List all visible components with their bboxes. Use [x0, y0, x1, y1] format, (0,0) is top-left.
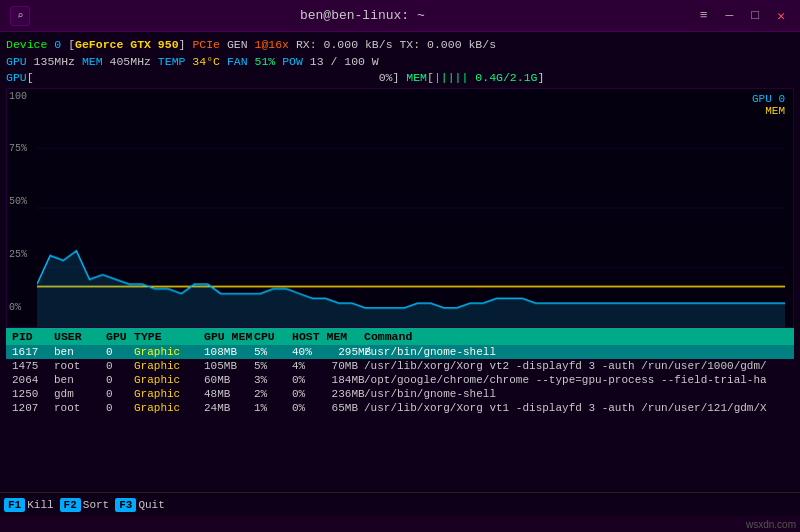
- legend-gpu: GPU 0: [752, 93, 785, 105]
- titlebar: ⌕ ben@ben-linux: ~ ≡ — □ ✕: [0, 0, 800, 32]
- cell-gpu-mem: 105MB: [204, 360, 254, 372]
- f3-key[interactable]: F3: [115, 498, 136, 512]
- f1-key[interactable]: F1: [4, 498, 25, 512]
- temp-val: 34°C: [192, 55, 220, 68]
- gpu-name: GeForce GTX 950: [75, 38, 179, 51]
- table-row[interactable]: 1207 root 0 Graphic 24MB 1% 0% 65MB /usr…: [6, 401, 794, 415]
- cell-command: /usr/lib/xorg/Xorg vt1 -displayfd 3 -aut…: [364, 402, 788, 414]
- cell-cpu-pct: 3%: [254, 374, 292, 386]
- header-type: TYPE: [134, 330, 204, 343]
- quit-label: Quit: [138, 499, 164, 511]
- f2-key[interactable]: F2: [60, 498, 81, 512]
- header-pid: PID: [12, 330, 54, 343]
- cell-host-mem: 0% 184MB: [292, 374, 364, 386]
- table-row[interactable]: 1617 ben 0 Graphic 108MB 5% 40% 295MB /u…: [6, 345, 794, 359]
- cell-pid: 1475: [12, 360, 54, 372]
- cell-command: /usr/bin/gnome-shell: [364, 388, 788, 400]
- mem-bar-label: MEM: [406, 71, 427, 84]
- cell-command: /usr/lib/xorg/Xorg vt2 -displayfd 3 -aut…: [364, 360, 788, 372]
- search-icon[interactable]: ⌕: [10, 6, 30, 26]
- mem-mhz: 405MHz: [110, 55, 158, 68]
- header-gpu-mem: GPU MEM: [204, 330, 254, 343]
- header-gpu: GPU: [106, 330, 134, 343]
- cell-pid: 1207: [12, 402, 54, 414]
- y-axis-labels: 100 75% 50% 25% 0%: [9, 89, 27, 327]
- cell-type: Graphic: [134, 346, 204, 358]
- cell-host-mem: 0% 65MB: [292, 402, 364, 414]
- header-cpu: CPU: [254, 330, 292, 343]
- cell-user: root: [54, 360, 106, 372]
- pow-label-text: POW: [275, 55, 310, 68]
- maximize-button[interactable]: □: [746, 6, 764, 25]
- table-row[interactable]: 2064 ben 0 Graphic 60MB 3% 0% 184MB /opt…: [6, 373, 794, 387]
- bracket-open: [: [68, 38, 75, 51]
- terminal-area: Device 0 [GeForce GTX 950] PCIe GEN 1@16…: [0, 32, 800, 492]
- cell-gpu: 0: [106, 388, 134, 400]
- fan-val: 51%: [255, 55, 276, 68]
- device-line-1: Device 0 [GeForce GTX 950] PCIe GEN 1@16…: [6, 36, 794, 53]
- cell-gpu-mem: 60MB: [204, 374, 254, 386]
- kill-button-group[interactable]: F1 Kill: [4, 498, 54, 512]
- pcie-label: PCIe GEN 1@16x RX: 0.000 kB/s TX: 0.000 …: [185, 38, 496, 51]
- y-0: 0%: [9, 302, 27, 313]
- cell-user: ben: [54, 346, 106, 358]
- temp-label: TEMP: [158, 55, 193, 68]
- cell-cpu-pct: 5%: [254, 360, 292, 372]
- close-button[interactable]: ✕: [772, 6, 790, 26]
- cell-gpu-mem: 24MB: [204, 402, 254, 414]
- table-row[interactable]: 1475 root 0 Graphic 105MB 5% 4% 70MB /us…: [6, 359, 794, 373]
- cell-cpu-pct: 2%: [254, 388, 292, 400]
- quit-button-group[interactable]: F3 Quit: [115, 498, 165, 512]
- sort-label: Sort: [83, 499, 109, 511]
- cell-gpu-mem: 108MB: [204, 346, 254, 358]
- cell-pid: 2064: [12, 374, 54, 386]
- window-title: ben@ben-linux: ~: [30, 8, 695, 23]
- header-user: USER: [54, 330, 106, 343]
- footer: F1 Kill F2 Sort F3 Quit: [0, 492, 800, 516]
- cell-gpu: 0: [106, 402, 134, 414]
- sort-button-group[interactable]: F2 Sort: [60, 498, 110, 512]
- graph-canvas: [37, 89, 785, 327]
- mem-bar-val: |||||: [434, 71, 469, 84]
- y-100: 100: [9, 91, 27, 102]
- gpu-mhz: 135MHz: [34, 55, 82, 68]
- header-command: Command: [364, 330, 788, 343]
- header-host-mem: HOST MEM: [292, 330, 364, 343]
- mem-bar-close: ]: [537, 71, 544, 84]
- cell-type: Graphic: [134, 360, 204, 372]
- process-table: 1617 ben 0 Graphic 108MB 5% 40% 295MB /u…: [6, 345, 794, 415]
- cell-gpu-mem: 48MB: [204, 388, 254, 400]
- cell-type: Graphic: [134, 388, 204, 400]
- pow-val: 13 / 100 W: [310, 55, 379, 68]
- graph-legend: GPU 0 MEM: [752, 93, 785, 117]
- gpu-bar-content: [ 0%]: [27, 71, 407, 84]
- y-50: 50%: [9, 196, 27, 207]
- gpu-label: GPU: [6, 55, 34, 68]
- y-75: 75%: [9, 143, 27, 154]
- gpu-graph: 100 75% 50% 25% 0% GPU 0 MEM: [6, 88, 794, 328]
- gpu-bar-line: GPU[ 0%] MEM[||||| 0.4G/2.1G]: [6, 71, 794, 84]
- cell-gpu: 0: [106, 346, 134, 358]
- table-row[interactable]: 1250 gdm 0 Graphic 48MB 2% 0% 236MB /usr…: [6, 387, 794, 401]
- cell-gpu: 0: [106, 374, 134, 386]
- cell-command: /usr/bin/gnome-shell: [364, 346, 788, 358]
- y-25: 25%: [9, 249, 27, 260]
- cell-pid: 1617: [12, 346, 54, 358]
- cell-host-mem: 40% 295MB: [292, 346, 364, 358]
- cell-host-mem: 4% 70MB: [292, 360, 364, 372]
- cell-gpu: 0: [106, 360, 134, 372]
- cell-cpu-pct: 1%: [254, 402, 292, 414]
- fan-label-text: FAN: [220, 55, 255, 68]
- minimize-button[interactable]: —: [721, 6, 739, 25]
- mem-label: MEM: [82, 55, 110, 68]
- cell-host-mem: 0% 236MB: [292, 388, 364, 400]
- cell-command: /opt/google/chrome/chrome --type=gpu-pro…: [364, 374, 788, 386]
- gpu-bar-label: GPU: [6, 71, 27, 84]
- menu-icon[interactable]: ≡: [695, 6, 713, 25]
- device-label: Device: [6, 38, 54, 51]
- cell-pid: 1250: [12, 388, 54, 400]
- table-header: PID USER GPU TYPE GPU MEM CPU HOST MEM C…: [6, 328, 794, 345]
- cell-type: Graphic: [134, 402, 204, 414]
- window-controls: ≡ — □ ✕: [695, 6, 790, 26]
- mem-bar-brackets: [: [427, 71, 434, 84]
